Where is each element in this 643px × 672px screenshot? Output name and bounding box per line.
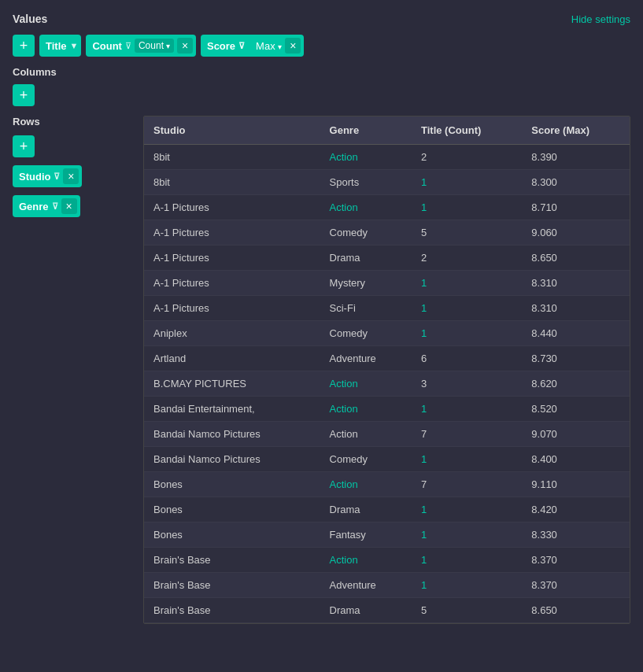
cell-genre: Drama bbox=[320, 246, 412, 271]
cell-genre: Sports bbox=[320, 170, 412, 195]
table-row: Bandai Entertainment,Action18.520 bbox=[144, 397, 630, 422]
cell-count: 5 bbox=[412, 220, 522, 246]
count-dropdown-label: Count bbox=[139, 40, 164, 51]
columns-section: Columns + bbox=[13, 66, 630, 106]
cell-score: 8.420 bbox=[522, 497, 630, 522]
cell-score: 8.390 bbox=[522, 145, 630, 170]
score-chip-right: Max ▾ × bbox=[251, 35, 304, 57]
add-value-button[interactable]: + bbox=[13, 35, 35, 57]
cell-studio: Brain's Base bbox=[144, 573, 320, 598]
cell-score: 9.070 bbox=[522, 422, 630, 447]
count-dropdown[interactable]: Count ▾ bbox=[135, 39, 174, 53]
score-chip-label: Score bbox=[207, 40, 235, 52]
title-chip: Title ▼ bbox=[39, 35, 81, 57]
cell-genre: Fantasy bbox=[320, 522, 412, 548]
table-row: A-1 PicturesDrama28.650 bbox=[144, 246, 630, 271]
cell-genre: Comedy bbox=[320, 447, 412, 472]
cell-genre: Drama bbox=[320, 598, 412, 623]
cell-count: 1 bbox=[412, 573, 522, 598]
genre-filter-chip: Genre ⊽ × bbox=[13, 195, 80, 217]
cell-studio: Bones bbox=[144, 522, 320, 548]
score-close-button[interactable]: × bbox=[285, 38, 301, 54]
cell-genre: Comedy bbox=[320, 220, 412, 246]
cell-count: 5 bbox=[412, 598, 522, 623]
cell-genre: Mystery bbox=[320, 271, 412, 296]
cell-score: 8.330 bbox=[522, 522, 630, 548]
cell-studio: B.CMAY PICTURES bbox=[144, 371, 320, 397]
rows-sidebar: Rows + Studio ⊽ × Genre ⊽ × bbox=[13, 116, 131, 624]
cell-score: 8.300 bbox=[522, 170, 630, 195]
col-genre: Genre bbox=[320, 116, 412, 145]
cell-studio: Bandai Entertainment, bbox=[144, 397, 320, 422]
cell-studio: A-1 Pictures bbox=[144, 271, 320, 296]
table-row: 8bitAction28.390 bbox=[144, 145, 630, 170]
cell-score: 8.620 bbox=[522, 371, 630, 397]
table-header: Studio Genre Title (Count) Score (Max) bbox=[144, 116, 630, 145]
col-title-count: Title (Count) bbox=[412, 116, 522, 145]
cell-genre: Action bbox=[320, 145, 412, 170]
table-row: A-1 PicturesAction18.710 bbox=[144, 195, 630, 220]
values-header: Values Hide settings bbox=[13, 13, 630, 25]
values-title: Values bbox=[13, 13, 47, 25]
columns-label: Columns bbox=[13, 66, 630, 78]
cell-studio: Brain's Base bbox=[144, 598, 320, 623]
genre-chip-label: Genre bbox=[19, 201, 49, 212]
cell-score: 8.440 bbox=[522, 321, 630, 346]
table-row: A-1 PicturesSci-Fi18.310 bbox=[144, 296, 630, 321]
cell-studio: Bandai Namco Pictures bbox=[144, 422, 320, 447]
count-chip-label: Count bbox=[92, 40, 122, 52]
cell-genre: Action bbox=[320, 195, 412, 220]
cell-studio: A-1 Pictures bbox=[144, 195, 320, 220]
table-row: B.CMAY PICTURESAction38.620 bbox=[144, 371, 630, 397]
title-chip-label: Title bbox=[46, 40, 67, 52]
genre-close-button[interactable]: × bbox=[61, 198, 77, 214]
cell-score: 8.370 bbox=[522, 573, 630, 598]
cell-genre: Comedy bbox=[320, 321, 412, 346]
cell-score: 8.650 bbox=[522, 246, 630, 271]
cell-count: 2 bbox=[412, 246, 522, 271]
cell-genre: Adventure bbox=[320, 573, 412, 598]
cell-count: 1 bbox=[412, 522, 522, 548]
cell-count: 1 bbox=[412, 447, 522, 472]
cell-score: 8.710 bbox=[522, 195, 630, 220]
cell-count: 1 bbox=[412, 548, 522, 573]
cell-score: 8.310 bbox=[522, 296, 630, 321]
hide-settings-link[interactable]: Hide settings bbox=[571, 13, 630, 25]
cell-studio: Brain's Base bbox=[144, 548, 320, 573]
layout-body: Rows + Studio ⊽ × Genre ⊽ × Studio Ge bbox=[13, 116, 630, 624]
cell-studio: 8bit bbox=[144, 145, 320, 170]
count-filter-icon: ⊽ bbox=[125, 41, 131, 51]
cell-genre: Sci-Fi bbox=[320, 296, 412, 321]
cell-score: 8.730 bbox=[522, 346, 630, 371]
cell-score: 9.110 bbox=[522, 472, 630, 497]
cell-genre: Adventure bbox=[320, 346, 412, 371]
add-column-button[interactable]: + bbox=[13, 84, 35, 106]
cell-genre: Action bbox=[320, 422, 412, 447]
cell-studio: A-1 Pictures bbox=[144, 296, 320, 321]
cell-studio: Bones bbox=[144, 497, 320, 522]
cell-count: 3 bbox=[412, 371, 522, 397]
studio-chip-label: Studio bbox=[19, 171, 50, 183]
count-close-button[interactable]: × bbox=[177, 38, 193, 54]
cell-studio: A-1 Pictures bbox=[144, 246, 320, 271]
cell-count: 1 bbox=[412, 497, 522, 522]
score-dropdown[interactable]: Max ▾ bbox=[256, 40, 282, 52]
table-row: ArtlandAdventure68.730 bbox=[144, 346, 630, 371]
table-row: AniplexComedy18.440 bbox=[144, 321, 630, 346]
add-row-button[interactable]: + bbox=[13, 135, 35, 157]
cell-count: 1 bbox=[412, 170, 522, 195]
table-body: 8bitAction28.3908bitSports18.300A-1 Pict… bbox=[144, 145, 630, 623]
cell-count: 6 bbox=[412, 346, 522, 371]
cell-count: 1 bbox=[412, 296, 522, 321]
studio-close-button[interactable]: × bbox=[63, 168, 79, 184]
cell-count: 1 bbox=[412, 195, 522, 220]
cell-score: 8.650 bbox=[522, 598, 630, 623]
cell-studio: Bones bbox=[144, 472, 320, 497]
cell-studio: Bandai Namco Pictures bbox=[144, 447, 320, 472]
data-table: Studio Genre Title (Count) Score (Max) 8… bbox=[144, 116, 630, 623]
table-row: Bandai Namco PicturesComedy18.400 bbox=[144, 447, 630, 472]
table-row: Brain's BaseAdventure18.370 bbox=[144, 573, 630, 598]
cell-studio: A-1 Pictures bbox=[144, 220, 320, 246]
data-table-container[interactable]: Studio Genre Title (Count) Score (Max) 8… bbox=[143, 116, 630, 624]
count-chip: Count ⊽ Count ▾ × bbox=[86, 35, 196, 57]
